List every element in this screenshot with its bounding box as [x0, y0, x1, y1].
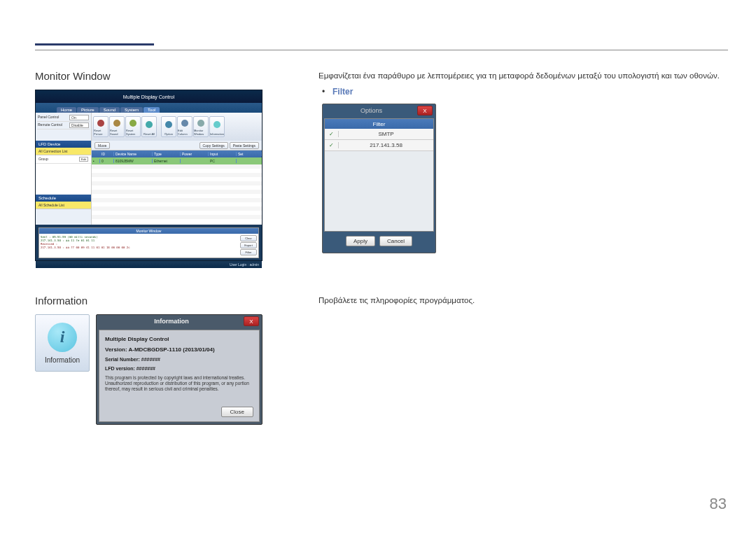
info-icon-label: Information — [45, 356, 80, 364]
paste-settings-button[interactable]: Paste Settings — [230, 142, 259, 149]
clear-button[interactable]: Clear — [240, 235, 257, 241]
toolbar-reset-system[interactable]: Reset System — [125, 116, 141, 137]
copy-settings-button[interactable]: Copy Settings — [200, 142, 228, 149]
sidebar-edit-button[interactable]: Edit — [79, 157, 88, 162]
remote-control-label: Remote Control — [38, 122, 62, 128]
chapter-bar — [35, 43, 154, 49]
check-icon[interactable]: ✓ — [325, 142, 339, 148]
tab-picture[interactable]: Picture — [77, 107, 99, 113]
product-name: Multiple Display Control — [105, 336, 253, 342]
close-icon[interactable]: X — [244, 316, 259, 326]
version-text: Version: A-MDCBGDSP-1110 (2013/01/04) — [105, 346, 253, 353]
filter-column-header: Filter — [325, 119, 433, 129]
close-icon[interactable]: X — [417, 106, 433, 115]
toolbar-reset-picture[interactable]: Reset Picture — [93, 116, 108, 137]
info-icon: i — [48, 323, 77, 352]
filter-button[interactable]: Filter — [240, 249, 257, 255]
remote-control-dropdown[interactable]: Disable — [69, 122, 89, 128]
sidebar-schedule-header: Schedule — [36, 195, 91, 202]
section-title-monitor-window: Monitor Window — [35, 70, 111, 82]
content-area: Move Copy Settings Paste Settings ID Dev… — [92, 141, 262, 225]
toolbar-information[interactable]: Information — [209, 116, 225, 137]
filter-row-ip[interactable]: ✓ 217.141.3.58 — [325, 140, 433, 151]
apply-button[interactable]: Apply — [346, 236, 375, 246]
section-desc-information: Προβάλετε τις πληροφορίες προγράμματος. — [318, 296, 475, 304]
page-number: 83 — [710, 495, 727, 513]
filter-dialog-title: Options — [326, 107, 417, 114]
sidebar-group-label: Group — [38, 157, 48, 162]
monitor-panel-title: Monitor Window — [39, 228, 258, 234]
info-dialog-title: Information — [99, 318, 244, 325]
tab-home[interactable]: Home — [57, 107, 76, 113]
table-row[interactable]: ▪ 0 8109JBMW Ethernet PC — [92, 157, 262, 164]
bullet: • — [322, 87, 325, 97]
mdc-app-window: Multiple Display Control Home Picture So… — [35, 90, 262, 261]
sidebar-lfd-header: LFD Device — [36, 141, 91, 148]
toolbar-reset-all[interactable]: Reset All — [141, 116, 157, 137]
serial-text: Serial Number: ####### — [105, 357, 253, 362]
check-icon[interactable]: ✓ — [325, 131, 339, 137]
mdc-titlebar: Multiple Display Control — [36, 90, 262, 103]
export-button[interactable]: Export — [240, 242, 257, 248]
sidebar-all-conn[interactable]: All Connection List — [36, 148, 91, 155]
panel-control-dropdown[interactable]: On — [69, 115, 89, 120]
sidebar-all-schedule[interactable]: All Schedule List — [36, 202, 91, 209]
side-controls: Panel Control On Remote Control Disable — [36, 113, 92, 141]
filter-label: Filter — [332, 87, 353, 97]
tab-tool[interactable]: Tool — [144, 107, 160, 113]
filter-row-smtp[interactable]: ✓ SMTP — [325, 129, 433, 140]
tab-system[interactable]: System — [120, 107, 143, 113]
table-header: ID Device Name Type Power Input Set — [92, 150, 262, 157]
mdc-tabs: Home Picture Sound System Tool — [36, 103, 262, 113]
status-bar: User Login : admin — [36, 261, 262, 268]
cancel-button[interactable]: Cancel — [379, 236, 412, 246]
toolbar-edit-column[interactable]: Edit Column — [177, 116, 192, 137]
toolbar: Reset Picture Reset Sound Reset System R… — [92, 113, 262, 141]
legal-text: This program is protected by copyright l… — [105, 375, 253, 391]
filter-dialog: Options X Filter ✓ SMTP ✓ 217.141.3.58 A… — [322, 104, 436, 253]
header-divider — [35, 50, 728, 50]
panel-control-label: Panel Control — [38, 115, 59, 120]
move-button[interactable]: Move — [94, 142, 110, 149]
close-button[interactable]: Close — [221, 407, 253, 417]
toolbar-monitor-window[interactable]: Monitor Window — [193, 116, 209, 137]
lfd-version-text: LFD version: ####### — [105, 366, 253, 371]
section-title-information: Information — [35, 295, 88, 307]
recv-data: 217.141.3.58 : aa ff 00 09 41 11 01 01 1… — [41, 246, 257, 249]
monitor-panel: Monitor Window Sent : 05:51:59 (60 milli… — [38, 227, 259, 258]
section-desc-monitor: Εμφανίζεται ένα παράθυρο με λεπτομέρειες… — [318, 71, 720, 80]
toolbar-option[interactable]: Option — [161, 116, 176, 137]
sidebar-group-row[interactable]: Group Edit — [36, 155, 91, 164]
sidebar: LFD Device All Connection List Group Edi… — [36, 141, 92, 225]
information-toolbar-icon[interactable]: i Information — [35, 314, 90, 372]
tab-sound[interactable]: Sound — [99, 107, 120, 113]
toolbar-reset-sound[interactable]: Reset Sound — [109, 116, 125, 137]
information-dialog: Information X Multiple Display Control V… — [96, 314, 262, 425]
